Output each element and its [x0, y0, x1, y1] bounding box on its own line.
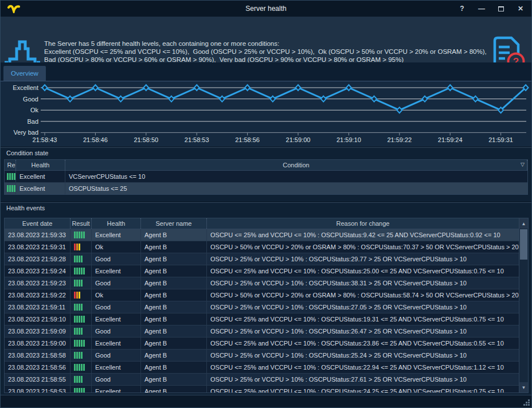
result-level-icon	[74, 376, 83, 383]
chart-point-marker	[68, 96, 73, 102]
tab-overview[interactable]: Overview	[3, 66, 46, 81]
server-name-cell: Agent B	[141, 338, 207, 349]
chart-x-tick-label: 21:59:24	[438, 136, 463, 143]
event-date-cell: 23.08.2023 21:59:28	[5, 253, 71, 265]
level-bar	[81, 352, 83, 359]
chart-point-marker	[423, 96, 428, 102]
health-event-row[interactable]: 23.08.2023 21:58:55 Good Agent B OSCPU >…	[5, 374, 519, 386]
health-events-section: Health events Event date Result Health S…	[1, 203, 531, 395]
maximize-button[interactable]	[491, 1, 511, 17]
health-event-row[interactable]: 23.08.2023 21:59:31 Ok Agent B OSCPU > 5…	[5, 241, 519, 253]
event-date-cell: 23.08.2023 21:58:55	[5, 374, 71, 385]
health-event-row[interactable]: 23.08.2023 21:59:10 Excellent Agent B OS…	[5, 313, 519, 325]
server-name-cell: Agent B	[141, 265, 207, 277]
result-level-icon	[74, 364, 85, 371]
filter-icon[interactable]: ▽	[521, 162, 525, 167]
column-header-health[interactable]: Health	[16, 160, 65, 170]
level-bar	[81, 388, 83, 393]
level-bar	[79, 388, 80, 393]
scrollbar-thumb[interactable]	[520, 229, 527, 260]
result-cell	[71, 325, 92, 337]
health-event-row[interactable]: 23.08.2023 21:58:56 Excellent Agent B OS…	[5, 362, 519, 374]
health-event-row[interactable]: 23.08.2023 21:59:33 Excellent Agent B OS…	[5, 229, 519, 241]
health-event-row[interactable]: 23.08.2023 21:59:22 Ok Agent B OSCPU > 5…	[5, 289, 519, 301]
result-level-icon	[74, 304, 83, 311]
event-date-cell: 23.08.2023 21:58:56	[5, 362, 71, 373]
health-event-row[interactable]: 23.08.2023 21:59:00 Excellent Agent B OS…	[5, 338, 519, 350]
server-name-cell: Agent B	[141, 386, 207, 393]
minimize-button[interactable]: —	[472, 1, 491, 17]
health-event-row[interactable]: 23.08.2023 21:59:23 Good Agent B OSCPU >…	[5, 277, 519, 289]
result-cell	[71, 362, 92, 373]
health-cell: Good	[92, 374, 141, 385]
health-cell: Good	[92, 350, 141, 361]
result-level-icon	[74, 280, 83, 287]
column-header-health[interactable]: Health	[92, 218, 141, 229]
result-level-icon	[74, 232, 85, 238]
level-bar	[74, 292, 76, 299]
level-bar	[74, 316, 76, 323]
result-cell	[5, 183, 16, 194]
result-cell	[71, 374, 92, 385]
condition-row[interactable]: Excellent OSCPUStatus <= 25	[5, 183, 527, 194]
level-bar	[81, 376, 83, 383]
help-button[interactable]: ?	[452, 1, 472, 17]
chart-point-marker	[169, 96, 174, 102]
health-events-title: Health events	[6, 205, 45, 211]
health-cell: Good	[92, 253, 141, 265]
column-header-reason[interactable]: Reason for change	[207, 218, 519, 229]
column-header-server-name[interactable]: Server name	[141, 218, 207, 229]
column-header-event-date[interactable]: Event date	[5, 218, 71, 229]
result-cell	[71, 265, 92, 277]
health-event-row[interactable]: 23.08.2023 21:59:09 Good Agent B OSCPU >…	[5, 325, 519, 338]
level-bar	[83, 232, 85, 238]
chart-y-label: Very bad	[14, 129, 38, 136]
description-line-2: Excellent (OSCPU <= 25% and VCCPU <= 10%…	[44, 48, 490, 64]
result-level-icon	[74, 328, 83, 335]
health-event-row[interactable]: 23.08.2023 21:59:24 Excellent Agent B OS…	[5, 265, 519, 277]
chart-y-label: Good	[23, 96, 38, 103]
vertical-scrollbar[interactable]: ▲ ▼	[519, 218, 528, 393]
level-bar	[79, 292, 80, 299]
result-cell	[71, 289, 92, 301]
column-header-result[interactable]: Result	[71, 218, 92, 229]
level-bar	[79, 280, 80, 287]
health-event-row[interactable]: 23.08.2023 21:59:28 Good Agent B OSCPU >…	[5, 253, 519, 265]
level-bar	[9, 185, 11, 192]
level-bar	[11, 185, 13, 192]
level-bar	[81, 232, 83, 238]
chart-x-tick-label: 21:59:31	[488, 136, 513, 143]
level-bar	[76, 316, 78, 323]
level-bar	[79, 376, 80, 383]
result-level-icon	[74, 292, 80, 299]
reason-cell: OSCPU > 25% or VCCPU > 10% : OSCPUStatus…	[207, 350, 519, 361]
health-event-row[interactable]: 23.08.2023 21:59:11 Good Agent B OSCPU >…	[5, 301, 519, 313]
window-controls: ? — ✕	[452, 1, 530, 17]
reason-cell: OSCPU <= 25% and VCCPU <= 10% : OSCPUSta…	[207, 265, 519, 277]
scroll-up-button[interactable]: ▲	[519, 218, 528, 229]
level-bar	[7, 173, 9, 180]
server-health-window: Server health ? — ✕ The Server has 5 dif…	[0, 0, 532, 408]
health-cell: Excellent	[92, 338, 141, 349]
level-bar	[74, 340, 76, 347]
column-header-result[interactable]: Re	[5, 160, 16, 170]
health-event-row[interactable]: 23.08.2023 21:58:53 Excellent Agent B OS…	[5, 386, 519, 393]
level-bar	[74, 232, 76, 238]
resize-grip[interactable]	[523, 399, 530, 406]
event-date-cell: 23.08.2023 21:59:00	[5, 338, 71, 349]
level-bar	[9, 173, 11, 180]
health-cell: Excellent	[92, 265, 141, 277]
health-event-row[interactable]: 23.08.2023 21:58:58 Good Agent B OSCPU >…	[5, 350, 519, 362]
chart-x-tick-label: 21:59:22	[387, 136, 412, 143]
server-name-cell: Agent B	[141, 253, 207, 265]
level-bar	[74, 328, 76, 335]
condition-row[interactable]: Excellent VCServerCPUStatus <= 10	[5, 171, 527, 183]
reason-cell: OSCPU > 25% or VCCPU > 10% : OSCPUStatus…	[207, 253, 519, 265]
scroll-down-button[interactable]: ▼	[519, 382, 528, 393]
close-button[interactable]: ✕	[511, 1, 530, 17]
chart-x-tick-label: 21:58:50	[134, 136, 158, 143]
level-bar	[76, 364, 78, 371]
level-bar	[83, 364, 85, 371]
column-header-condition[interactable]: Condition	[65, 160, 527, 170]
reason-cell: OSCPU > 50% or VCCPU > 20% or OSRAM > 80…	[207, 289, 519, 301]
